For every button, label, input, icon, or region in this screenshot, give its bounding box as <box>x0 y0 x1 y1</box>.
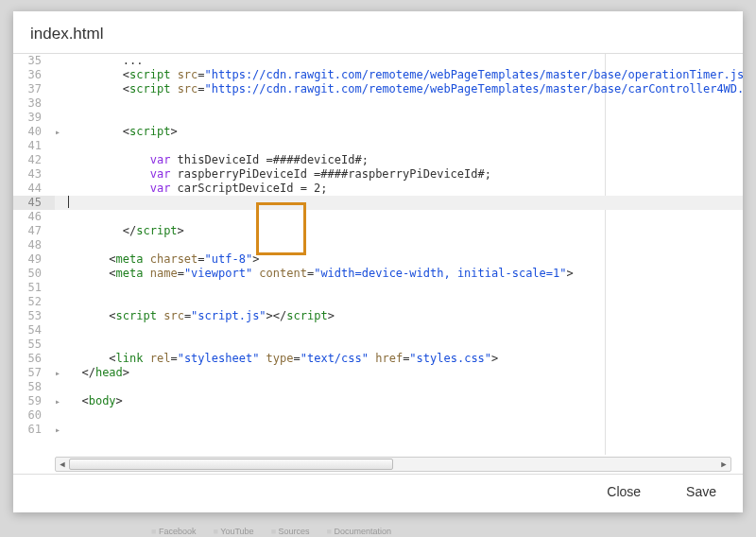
code-content[interactable] <box>68 338 743 352</box>
bg-link: Facebook <box>151 527 196 536</box>
code-line[interactable]: 53 <script src="script.js"></script> <box>13 309 743 323</box>
code-content[interactable]: <script src="https://cdn.rawgit.com/remo… <box>68 68 743 82</box>
code-content[interactable]: <meta name="viewport" content="width=dev… <box>68 267 743 281</box>
fold-toggle-icon <box>55 352 68 366</box>
code-content[interactable]: </head> <box>68 366 743 380</box>
code-line[interactable]: 43 var raspberryPiDeviceId =####raspberr… <box>13 167 743 182</box>
fold-toggle-icon <box>55 338 68 352</box>
scroll-track[interactable] <box>69 459 717 470</box>
code-content[interactable]: <link rel="stylesheet" type="text/css" h… <box>68 352 743 366</box>
line-number: 46 <box>13 210 55 224</box>
code-content[interactable] <box>68 196 743 210</box>
code-content[interactable]: var raspberryPiDeviceId =####raspberryPi… <box>68 167 743 182</box>
code-line[interactable]: 59▸ <body> <box>13 394 743 408</box>
code-line[interactable]: 42 var thisDeviceId =####deviceId#; <box>13 153 743 167</box>
fold-toggle-icon <box>55 380 68 394</box>
line-number: 38 <box>13 96 55 111</box>
save-button[interactable]: Save <box>686 484 716 499</box>
line-number: 36 <box>13 68 55 82</box>
fold-toggle-icon <box>55 68 68 82</box>
fold-toggle-icon[interactable]: ▸ <box>55 394 68 408</box>
code-line[interactable]: 48 <box>13 238 743 252</box>
fold-toggle-icon <box>55 323 68 338</box>
code-content[interactable]: <meta charset="utf-8"> <box>68 252 743 267</box>
code-line[interactable]: 39 <box>13 111 743 125</box>
line-number: 43 <box>13 167 55 182</box>
code-line[interactable]: 54 <box>13 323 743 338</box>
fold-toggle-icon <box>55 408 68 423</box>
code-line[interactable]: 52 <box>13 295 743 309</box>
fold-toggle-icon[interactable]: ▸ <box>55 366 68 380</box>
fold-toggle-icon <box>55 252 68 267</box>
line-number: 45 <box>13 196 55 210</box>
fold-toggle-icon <box>55 96 68 111</box>
code-content[interactable] <box>68 323 743 338</box>
code-content[interactable] <box>68 281 743 295</box>
code-line[interactable]: 44 var carScriptDeviceId = 2; <box>13 182 743 196</box>
code-line[interactable]: 36 <script src="https://cdn.rawgit.com/r… <box>13 68 743 82</box>
fold-toggle-icon[interactable]: ▸ <box>55 423 68 437</box>
code-line[interactable]: 51 <box>13 281 743 295</box>
line-number: 59 <box>13 394 55 408</box>
fold-toggle-icon <box>55 139 68 153</box>
code-line[interactable]: 55 <box>13 338 743 352</box>
close-button[interactable]: Close <box>607 484 641 499</box>
line-number: 40 <box>13 125 55 139</box>
code-line[interactable]: 57▸ </head> <box>13 366 743 380</box>
horizontal-scrollbar[interactable]: ◄ ► <box>55 457 731 472</box>
code-content[interactable]: <script> <box>68 125 743 139</box>
code-content[interactable]: <body> <box>68 394 743 408</box>
scroll-right-arrow-icon[interactable]: ► <box>717 458 730 471</box>
scroll-thumb[interactable] <box>69 459 393 470</box>
line-number: 41 <box>13 139 55 153</box>
code-content[interactable] <box>68 238 743 252</box>
code-line[interactable]: 38 <box>13 96 743 111</box>
fold-toggle-icon[interactable]: ▸ <box>55 125 68 139</box>
code-content[interactable] <box>68 380 743 394</box>
editor-dialog: index.html 35 ...36 <script src="https:/… <box>13 11 743 512</box>
code-line[interactable]: 50 <meta name="viewport" content="width=… <box>13 267 743 281</box>
code-content[interactable]: </script> <box>68 224 743 238</box>
line-number: 56 <box>13 352 55 366</box>
fold-toggle-icon <box>55 295 68 309</box>
line-number: 61 <box>13 423 55 437</box>
code-content[interactable]: <script src="https://cdn.rawgit.com/remo… <box>68 82 743 96</box>
fold-toggle-icon <box>55 267 68 281</box>
fold-toggle-icon <box>55 281 68 295</box>
code-content[interactable]: var carScriptDeviceId = 2; <box>68 182 743 196</box>
line-number: 47 <box>13 224 55 238</box>
code-line[interactable]: 61▸ <box>13 423 743 437</box>
code-line[interactable]: 45 <box>13 196 743 210</box>
code-line[interactable]: 37 <script src="https://cdn.rawgit.com/r… <box>13 82 743 96</box>
code-content[interactable] <box>68 408 743 423</box>
code-content[interactable]: var thisDeviceId =####deviceId#; <box>68 153 743 167</box>
code-line[interactable]: 60 <box>13 408 743 423</box>
code-content[interactable] <box>68 295 743 309</box>
code-content[interactable]: <script src="script.js"></script> <box>68 309 743 323</box>
dialog-title: index.html <box>13 11 743 53</box>
line-number: 44 <box>13 182 55 196</box>
editor-area[interactable]: 35 ...36 <script src="https://cdn.rawgit… <box>13 53 743 475</box>
code-line[interactable]: 46 <box>13 210 743 224</box>
code-line[interactable]: 49 <meta charset="utf-8"> <box>13 252 743 267</box>
code-content[interactable] <box>68 210 743 224</box>
code-line[interactable]: 40▸ <script> <box>13 125 743 139</box>
fold-toggle-icon <box>55 153 68 167</box>
code-line[interactable]: 58 <box>13 380 743 394</box>
code-line[interactable]: 35 ... <box>13 54 743 68</box>
code-content[interactable]: ... <box>68 54 743 68</box>
code-line[interactable]: 56 <link rel="stylesheet" type="text/css… <box>13 352 743 366</box>
code-content[interactable] <box>68 111 743 125</box>
fold-toggle-icon <box>55 309 68 323</box>
fold-toggle-icon <box>55 224 68 238</box>
code-editor[interactable]: 35 ...36 <script src="https://cdn.rawgit… <box>13 54 743 455</box>
code-content[interactable] <box>68 139 743 153</box>
fold-toggle-icon <box>55 182 68 196</box>
code-line[interactable]: 41 <box>13 139 743 153</box>
code-content[interactable] <box>68 96 743 111</box>
scroll-left-arrow-icon[interactable]: ◄ <box>56 458 69 471</box>
line-number: 54 <box>13 323 55 338</box>
code-content[interactable] <box>68 423 743 437</box>
code-line[interactable]: 47 </script> <box>13 224 743 238</box>
line-number: 48 <box>13 238 55 252</box>
